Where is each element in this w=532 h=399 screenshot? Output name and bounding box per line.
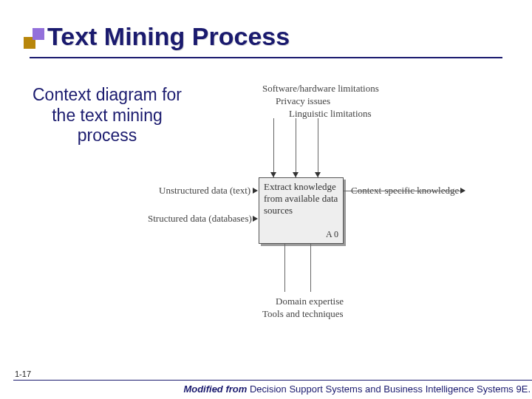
footer-prefix: Modified from <box>183 383 247 395</box>
mechanism-line <box>284 244 285 292</box>
constraint-line <box>318 118 318 177</box>
process-box: Extract knowledge from available data so… <box>259 177 344 244</box>
constraint-line <box>296 118 296 177</box>
output-line <box>344 191 462 191</box>
subtitle: Context diagram for the text mining proc… <box>22 85 192 146</box>
footer-divider <box>13 380 532 381</box>
page-title: Text Mining Process <box>47 22 502 51</box>
arrow-down-icon <box>315 172 321 177</box>
mechanism-item: Tools and techniques <box>262 308 395 321</box>
constraint-item: Privacy issues <box>276 95 395 108</box>
title-divider <box>30 57 502 58</box>
constraint-line <box>273 118 274 177</box>
constraint-item: Linguistic limitations <box>289 108 395 120</box>
square-purple <box>33 28 44 40</box>
context-diagram: Software/hardware limitations Privacy is… <box>200 81 510 318</box>
arrow-down-icon <box>270 172 276 177</box>
process-node-id: A 0 <box>326 229 338 240</box>
constraint-item: Software/hardware limitations <box>262 83 395 95</box>
mechanism-item: Domain expertise <box>276 296 395 308</box>
footer-source: Decision Support Systems and Business In… <box>247 383 531 395</box>
footer-text: Modified from Decision Support Systems a… <box>183 383 531 395</box>
mechanism-line <box>310 244 311 292</box>
arrow-down-icon <box>293 172 299 177</box>
mechanisms-list: Domain expertise Tools and techniques <box>262 296 395 321</box>
arrow-right-icon <box>253 216 258 222</box>
title-area: Text Mining Process <box>30 22 502 58</box>
arrow-right-icon <box>253 188 258 194</box>
input-item: Structured data (databases) <box>148 213 255 225</box>
process-label: Extract knowledge from available data so… <box>264 181 338 216</box>
page-number: 1-17 <box>15 369 31 378</box>
constraints-list: Software/hardware limitations Privacy is… <box>262 83 395 120</box>
input-item: Unstructured data (text) <box>159 185 255 197</box>
arrow-right-icon <box>460 188 466 194</box>
